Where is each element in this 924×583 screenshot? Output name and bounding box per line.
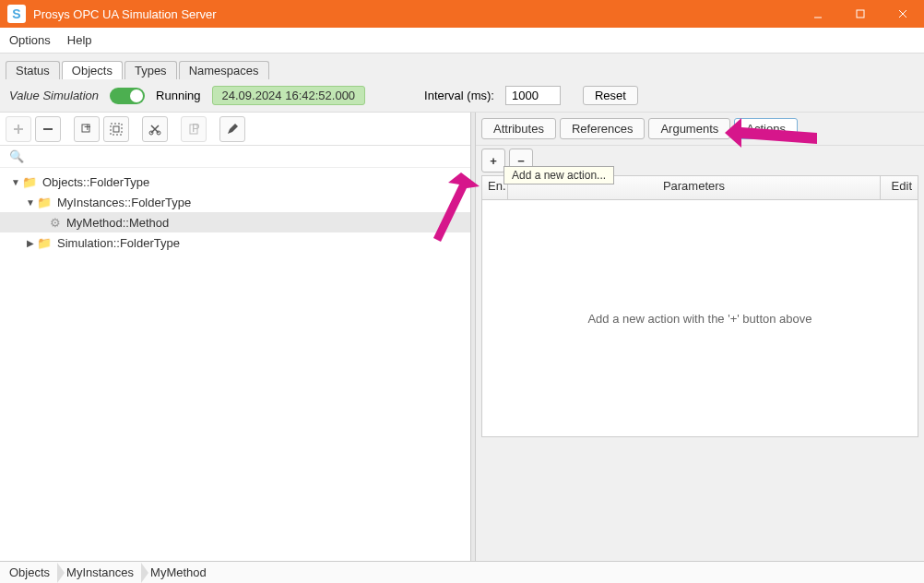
add-node-button[interactable] bbox=[6, 116, 31, 142]
simulation-label: Value Simulation bbox=[9, 89, 99, 102]
breadcrumb-bar: Objects MyInstances MyMethod bbox=[0, 561, 924, 583]
search-icon: 🔍 bbox=[9, 149, 24, 163]
tree-item-label: MyInstances::FolderType bbox=[57, 196, 191, 209]
search-input[interactable] bbox=[30, 149, 461, 163]
tree-item-label: Objects::FolderType bbox=[42, 175, 149, 189]
rtab-actions[interactable]: Actions bbox=[734, 118, 798, 139]
window-title: Prosys OPC UA Simulation Server bbox=[33, 7, 797, 21]
right-pane: Attributes References Arguments Actions … bbox=[476, 113, 924, 561]
copy-ref-button[interactable] bbox=[103, 116, 129, 142]
expand-icon[interactable]: ▼ bbox=[24, 197, 37, 208]
interval-label: Interval (ms): bbox=[424, 89, 494, 102]
breadcrumb-objects[interactable]: Objects bbox=[0, 563, 57, 583]
maximize-button[interactable] bbox=[839, 0, 882, 28]
cut-button[interactable] bbox=[142, 116, 168, 142]
minimize-button[interactable] bbox=[797, 0, 839, 28]
tree-item-myinstances[interactable]: ▼ 📁 MyInstances::FolderType bbox=[0, 192, 470, 212]
action-table-empty: Add a new action with the '+' button abo… bbox=[481, 199, 918, 437]
menu-bar: Options Help bbox=[0, 28, 924, 54]
svg-rect-1 bbox=[857, 10, 864, 18]
col-edit: Edit bbox=[881, 176, 918, 199]
close-button[interactable] bbox=[882, 0, 924, 28]
remove-node-button[interactable] bbox=[35, 116, 61, 142]
right-tab-bar: Attributes References Arguments Actions bbox=[476, 113, 924, 146]
svg-rect-7 bbox=[113, 126, 119, 132]
simulation-status: Running bbox=[156, 89, 200, 102]
add-action-button[interactable]: + bbox=[481, 149, 505, 173]
expand-icon[interactable]: ▶ bbox=[24, 238, 37, 248]
empty-state-text: Add a new action with the '+' button abo… bbox=[587, 312, 811, 326]
simulation-toggle[interactable] bbox=[110, 88, 145, 104]
main-tab-bar: Status Objects Types Namespaces bbox=[0, 54, 924, 79]
rtab-attributes[interactable]: Attributes bbox=[481, 118, 556, 139]
svg-text:P: P bbox=[192, 122, 200, 135]
tree-item-label: Simulation::FolderType bbox=[57, 236, 180, 250]
tree-item-mymethod[interactable]: ⚙ MyMethod::Method bbox=[0, 212, 470, 232]
search-row: 🔍 bbox=[0, 146, 470, 168]
simulation-row: Value Simulation Running 24.09.2024 16:4… bbox=[0, 79, 924, 113]
tab-status[interactable]: Status bbox=[6, 61, 60, 79]
copy-button[interactable]: + bbox=[74, 116, 100, 142]
menu-options[interactable]: Options bbox=[9, 33, 51, 47]
svg-rect-6 bbox=[111, 124, 122, 135]
left-pane: + P 🔍 ▼ 📁 Objects::FolderType ▼ 📁 bbox=[0, 113, 470, 561]
tab-objects[interactable]: Objects bbox=[62, 61, 123, 79]
paste-button[interactable]: P bbox=[181, 116, 207, 142]
tree-item-label: MyMethod::Method bbox=[66, 216, 169, 230]
tree-view[interactable]: ▼ 📁 Objects::FolderType ▼ 📁 MyInstances:… bbox=[0, 168, 470, 561]
tab-types[interactable]: Types bbox=[124, 61, 177, 79]
action-toolbar: + − Add a new action... bbox=[476, 146, 924, 175]
tree-item-simulation[interactable]: ▶ 📁 Simulation::FolderType bbox=[0, 232, 470, 253]
folder-icon: 📁 bbox=[37, 196, 52, 209]
add-action-tooltip: Add a new action... bbox=[503, 166, 614, 184]
tab-namespaces[interactable]: Namespaces bbox=[179, 61, 269, 79]
folder-icon: 📁 bbox=[37, 236, 52, 250]
gear-icon: ⚙ bbox=[50, 216, 61, 230]
tree-toolbar: + P bbox=[0, 113, 470, 146]
simulation-timestamp: 24.09.2024 16:42:52.000 bbox=[212, 86, 366, 105]
reset-button[interactable]: Reset bbox=[583, 86, 638, 105]
title-bar: S Prosys OPC UA Simulation Server bbox=[0, 0, 924, 28]
tree-item-objects[interactable]: ▼ 📁 Objects::FolderType bbox=[0, 172, 470, 192]
svg-text:+: + bbox=[84, 122, 91, 134]
expand-icon[interactable]: ▼ bbox=[9, 177, 22, 187]
menu-help[interactable]: Help bbox=[67, 33, 92, 47]
folder-icon: 📁 bbox=[22, 175, 37, 189]
edit-button[interactable] bbox=[219, 116, 245, 142]
breadcrumb-mymethod[interactable]: MyMethod bbox=[141, 563, 214, 583]
breadcrumb-myinstances[interactable]: MyInstances bbox=[57, 563, 141, 583]
app-icon: S bbox=[7, 5, 26, 23]
rtab-references[interactable]: References bbox=[560, 118, 645, 139]
rtab-arguments[interactable]: Arguments bbox=[648, 118, 730, 139]
interval-input[interactable] bbox=[505, 86, 561, 105]
